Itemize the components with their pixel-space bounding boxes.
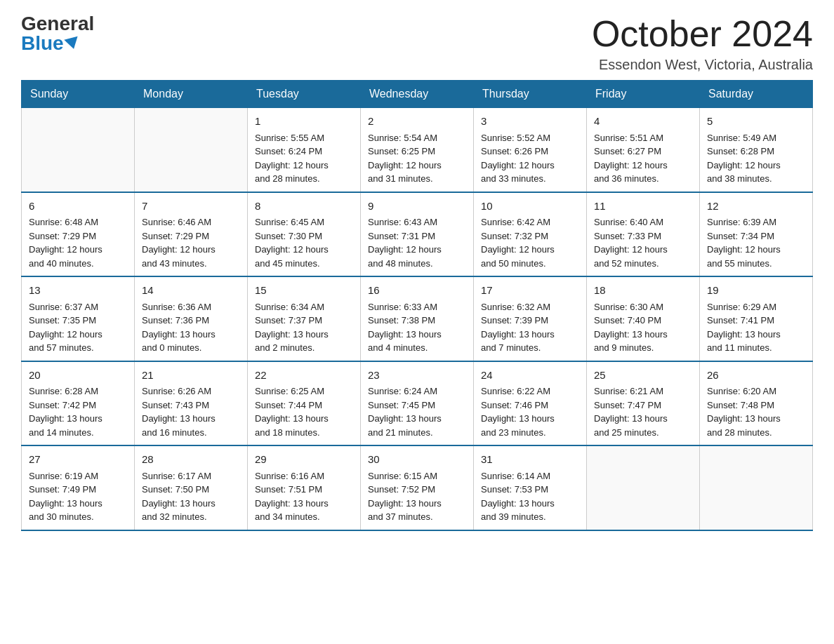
day-number: 29 <box>255 452 353 468</box>
day-of-week-header: Saturday <box>700 81 813 108</box>
calendar-cell: 29Sunrise: 6:16 AM Sunset: 7:51 PM Dayli… <box>248 445 361 530</box>
day-number: 11 <box>594 199 692 215</box>
day-number: 31 <box>481 452 579 468</box>
logo-triangle-icon <box>64 36 80 51</box>
calendar-cell: 4Sunrise: 5:51 AM Sunset: 6:27 PM Daylig… <box>587 108 700 192</box>
day-number: 14 <box>142 283 240 299</box>
day-number: 22 <box>255 368 353 384</box>
day-info: Sunrise: 6:39 AM Sunset: 7:34 PM Dayligh… <box>707 215 805 270</box>
day-info: Sunrise: 6:29 AM Sunset: 7:41 PM Dayligh… <box>707 300 805 355</box>
day-info: Sunrise: 6:30 AM Sunset: 7:40 PM Dayligh… <box>594 300 692 355</box>
day-number: 10 <box>481 199 579 215</box>
day-info: Sunrise: 6:17 AM Sunset: 7:50 PM Dayligh… <box>142 469 240 524</box>
day-info: Sunrise: 6:33 AM Sunset: 7:38 PM Dayligh… <box>368 300 466 355</box>
calendar-cell: 21Sunrise: 6:26 AM Sunset: 7:43 PM Dayli… <box>135 361 248 446</box>
calendar-cell: 6Sunrise: 6:48 AM Sunset: 7:29 PM Daylig… <box>22 192 135 277</box>
day-number: 9 <box>368 199 466 215</box>
calendar-cell: 22Sunrise: 6:25 AM Sunset: 7:44 PM Dayli… <box>248 361 361 446</box>
calendar-cell: 18Sunrise: 6:30 AM Sunset: 7:40 PM Dayli… <box>587 276 700 361</box>
day-number: 4 <box>594 114 692 130</box>
calendar-cell: 8Sunrise: 6:45 AM Sunset: 7:30 PM Daylig… <box>248 192 361 277</box>
day-number: 18 <box>594 283 692 299</box>
day-number: 28 <box>142 452 240 468</box>
day-info: Sunrise: 6:26 AM Sunset: 7:43 PM Dayligh… <box>142 384 240 439</box>
day-number: 19 <box>707 283 805 299</box>
page-header: General Blue October 2024 Essendon West,… <box>21 14 813 73</box>
calendar-cell: 14Sunrise: 6:36 AM Sunset: 7:36 PM Dayli… <box>135 276 248 361</box>
day-of-week-header: Sunday <box>22 81 135 108</box>
logo-blue-text: Blue <box>21 34 79 53</box>
day-info: Sunrise: 6:15 AM Sunset: 7:52 PM Dayligh… <box>368 469 466 524</box>
calendar-week-row: 13Sunrise: 6:37 AM Sunset: 7:35 PM Dayli… <box>22 276 813 361</box>
calendar-week-row: 27Sunrise: 6:19 AM Sunset: 7:49 PM Dayli… <box>22 445 813 530</box>
calendar-cell: 1Sunrise: 5:55 AM Sunset: 6:24 PM Daylig… <box>248 108 361 192</box>
day-info: Sunrise: 6:28 AM Sunset: 7:42 PM Dayligh… <box>29 384 127 439</box>
day-info: Sunrise: 6:46 AM Sunset: 7:29 PM Dayligh… <box>142 215 240 270</box>
day-info: Sunrise: 6:21 AM Sunset: 7:47 PM Dayligh… <box>594 384 692 439</box>
day-info: Sunrise: 5:49 AM Sunset: 6:28 PM Dayligh… <box>707 131 805 186</box>
calendar-cell: 24Sunrise: 6:22 AM Sunset: 7:46 PM Dayli… <box>474 361 587 446</box>
day-number: 12 <box>707 199 805 215</box>
days-of-week-row: SundayMondayTuesdayWednesdayThursdayFrid… <box>22 81 813 108</box>
calendar-week-row: 6Sunrise: 6:48 AM Sunset: 7:29 PM Daylig… <box>22 192 813 277</box>
location-text: Essendon West, Victoria, Australia <box>592 57 813 73</box>
day-number: 5 <box>707 114 805 130</box>
calendar-cell: 11Sunrise: 6:40 AM Sunset: 7:33 PM Dayli… <box>587 192 700 277</box>
calendar-cell <box>700 445 813 530</box>
day-of-week-header: Monday <box>135 81 248 108</box>
calendar-cell: 9Sunrise: 6:43 AM Sunset: 7:31 PM Daylig… <box>361 192 474 277</box>
calendar-week-row: 20Sunrise: 6:28 AM Sunset: 7:42 PM Dayli… <box>22 361 813 446</box>
calendar-week-row: 1Sunrise: 5:55 AM Sunset: 6:24 PM Daylig… <box>22 108 813 192</box>
day-number: 17 <box>481 283 579 299</box>
calendar-cell: 28Sunrise: 6:17 AM Sunset: 7:50 PM Dayli… <box>135 445 248 530</box>
calendar-table: SundayMondayTuesdayWednesdayThursdayFrid… <box>21 80 813 531</box>
calendar-cell <box>135 108 248 192</box>
logo: General Blue <box>21 14 94 53</box>
calendar-header: SundayMondayTuesdayWednesdayThursdayFrid… <box>22 81 813 108</box>
day-number: 8 <box>255 199 353 215</box>
day-number: 24 <box>481 368 579 384</box>
calendar-cell <box>587 445 700 530</box>
calendar-cell: 15Sunrise: 6:34 AM Sunset: 7:37 PM Dayli… <box>248 276 361 361</box>
calendar-cell <box>22 108 135 192</box>
day-info: Sunrise: 6:37 AM Sunset: 7:35 PM Dayligh… <box>29 300 127 355</box>
day-info: Sunrise: 6:24 AM Sunset: 7:45 PM Dayligh… <box>368 384 466 439</box>
day-of-week-header: Thursday <box>474 81 587 108</box>
day-number: 20 <box>29 368 127 384</box>
day-number: 2 <box>368 114 466 130</box>
day-number: 16 <box>368 283 466 299</box>
day-info: Sunrise: 6:25 AM Sunset: 7:44 PM Dayligh… <box>255 384 353 439</box>
day-number: 21 <box>142 368 240 384</box>
day-of-week-header: Tuesday <box>248 81 361 108</box>
day-number: 23 <box>368 368 466 384</box>
calendar-cell: 16Sunrise: 6:33 AM Sunset: 7:38 PM Dayli… <box>361 276 474 361</box>
calendar-cell: 26Sunrise: 6:20 AM Sunset: 7:48 PM Dayli… <box>700 361 813 446</box>
day-info: Sunrise: 6:22 AM Sunset: 7:46 PM Dayligh… <box>481 384 579 439</box>
day-info: Sunrise: 6:19 AM Sunset: 7:49 PM Dayligh… <box>29 469 127 524</box>
day-number: 13 <box>29 283 127 299</box>
day-info: Sunrise: 6:42 AM Sunset: 7:32 PM Dayligh… <box>481 215 579 270</box>
calendar-cell: 13Sunrise: 6:37 AM Sunset: 7:35 PM Dayli… <box>22 276 135 361</box>
calendar-cell: 3Sunrise: 5:52 AM Sunset: 6:26 PM Daylig… <box>474 108 587 192</box>
calendar-body: 1Sunrise: 5:55 AM Sunset: 6:24 PM Daylig… <box>22 108 813 530</box>
day-number: 6 <box>29 199 127 215</box>
day-info: Sunrise: 6:16 AM Sunset: 7:51 PM Dayligh… <box>255 469 353 524</box>
day-number: 7 <box>142 199 240 215</box>
calendar-cell: 17Sunrise: 6:32 AM Sunset: 7:39 PM Dayli… <box>474 276 587 361</box>
calendar-cell: 10Sunrise: 6:42 AM Sunset: 7:32 PM Dayli… <box>474 192 587 277</box>
day-of-week-header: Friday <box>587 81 700 108</box>
month-title: October 2024 <box>592 14 813 54</box>
day-number: 25 <box>594 368 692 384</box>
day-info: Sunrise: 6:34 AM Sunset: 7:37 PM Dayligh… <box>255 300 353 355</box>
day-number: 3 <box>481 114 579 130</box>
calendar-cell: 31Sunrise: 6:14 AM Sunset: 7:53 PM Dayli… <box>474 445 587 530</box>
day-number: 15 <box>255 283 353 299</box>
day-info: Sunrise: 6:43 AM Sunset: 7:31 PM Dayligh… <box>368 215 466 270</box>
calendar-cell: 30Sunrise: 6:15 AM Sunset: 7:52 PM Dayli… <box>361 445 474 530</box>
calendar-cell: 2Sunrise: 5:54 AM Sunset: 6:25 PM Daylig… <box>361 108 474 192</box>
day-number: 26 <box>707 368 805 384</box>
calendar-cell: 12Sunrise: 6:39 AM Sunset: 7:34 PM Dayli… <box>700 192 813 277</box>
calendar-cell: 5Sunrise: 5:49 AM Sunset: 6:28 PM Daylig… <box>700 108 813 192</box>
calendar-cell: 27Sunrise: 6:19 AM Sunset: 7:49 PM Dayli… <box>22 445 135 530</box>
day-of-week-header: Wednesday <box>361 81 474 108</box>
